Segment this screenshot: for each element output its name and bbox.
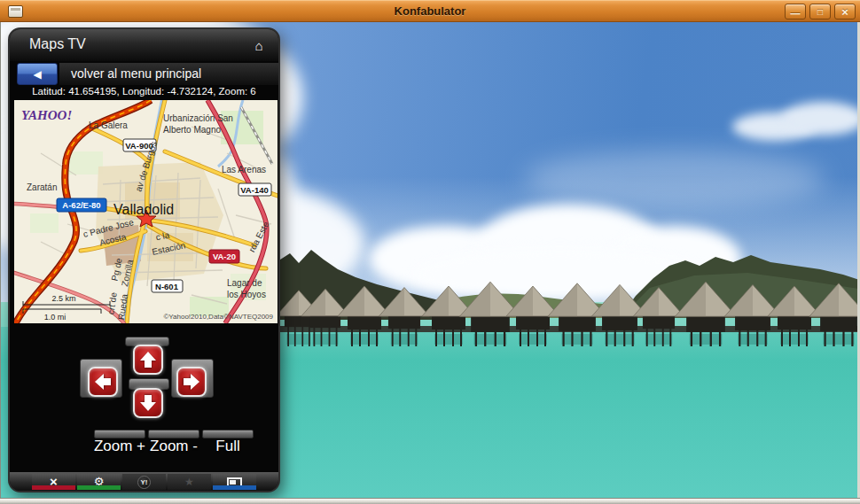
back-row: ◀ volver al menu principal <box>10 63 278 85</box>
window-titlebar[interactable]: Konfabulator — □ × <box>0 0 860 22</box>
arrow-up-icon <box>137 349 159 370</box>
map-scale-km: 2.5 km <box>51 294 75 303</box>
map-label: La Galera <box>89 120 128 130</box>
minimize-icon: — <box>791 8 801 19</box>
dock-button[interactable] <box>213 474 256 490</box>
map-label: Zaratán <box>27 182 57 192</box>
widget-title: Maps TV <box>29 36 86 52</box>
minimize-button[interactable]: — <box>785 4 806 19</box>
widget-toolbar: × ⚙ Y! ★ <box>10 472 278 491</box>
pan-left-button[interactable] <box>88 367 118 397</box>
map-scale-mi: 1.0 mi <box>44 313 66 322</box>
arrow-right-icon <box>181 371 202 392</box>
road-shield-va20: VA-20 <box>209 250 239 263</box>
window-title: Konfabulator <box>0 4 860 18</box>
road-shield-n601: N-601 <box>152 280 183 292</box>
home-button[interactable]: ⌂ <box>250 36 268 54</box>
road-shield-va140: VA-140 <box>238 183 271 196</box>
widget-settings-button[interactable]: ⚙ <box>77 474 121 490</box>
map[interactable]: A-62/E-80 VA-900 VA-140 VA-20 <box>14 100 278 323</box>
yahoo-logo: YAHOO! <box>21 108 72 122</box>
window-bottom-border[interactable] <box>0 498 860 504</box>
konfabulator-window: Konfabulator — □ × <box>0 0 860 504</box>
close-icon: × <box>841 5 848 19</box>
coordinates-status: Latitud: 41.654195, Longitud: -4.732124,… <box>10 86 278 97</box>
yahoo-button[interactable]: Y! <box>122 474 166 490</box>
pan-right-button[interactable] <box>176 367 207 397</box>
back-button[interactable]: ◀ <box>17 63 58 85</box>
map-label: los Hoyos <box>227 290 266 299</box>
favorite-button[interactable]: ★ <box>168 474 211 490</box>
map-label-city: Valladolid <box>113 202 174 217</box>
close-button[interactable]: × <box>834 4 856 19</box>
arrow-down-icon <box>137 392 159 414</box>
star-icon: ★ <box>184 477 194 487</box>
back-arrow-icon: ◀ <box>33 68 41 81</box>
yahoo-icon: Y! <box>137 476 151 489</box>
road-shield-a62: A-62/E-80 <box>57 198 106 212</box>
widget-close-button[interactable]: × <box>32 474 75 490</box>
back-menu-item[interactable]: volver al menu principal <box>59 63 278 85</box>
desktop-photo-background: Maps TV ⌂ ◀ volver al menu principal Lat… <box>0 22 860 498</box>
pan-down-button[interactable] <box>133 388 163 418</box>
arrow-left-icon <box>92 371 113 392</box>
map-label: Las Arenas <box>222 165 266 174</box>
zoom-out-label[interactable]: Zoom - <box>146 438 201 455</box>
maps-tv-widget: Maps TV ⌂ ◀ volver al menu principal Lat… <box>8 27 280 492</box>
zoom-in-label[interactable]: Zoom + <box>92 438 147 455</box>
home-icon: ⌂ <box>254 38 262 53</box>
maximize-icon: □ <box>817 7 823 17</box>
map-label: Lagar de <box>227 278 262 288</box>
map-label: Alberto Magno <box>163 125 221 135</box>
maximize-button[interactable]: □ <box>809 4 831 19</box>
map-attribution: ©Yahoo!2010,Data©NAVTEQ2009 <box>163 313 273 321</box>
svg-text:VA-20: VA-20 <box>213 252 236 261</box>
svg-text:N-601: N-601 <box>155 282 179 291</box>
svg-text:VA-140: VA-140 <box>240 185 269 195</box>
zoom-full-label[interactable]: Full <box>200 438 255 455</box>
widget-header: Maps TV ⌂ <box>10 29 278 61</box>
back-label: volver al menu principal <box>71 66 201 81</box>
svg-text:A-62/E-80: A-62/E-80 <box>62 200 100 210</box>
pan-up-button[interactable] <box>133 345 163 375</box>
map-label: Urbanización San <box>163 113 233 123</box>
